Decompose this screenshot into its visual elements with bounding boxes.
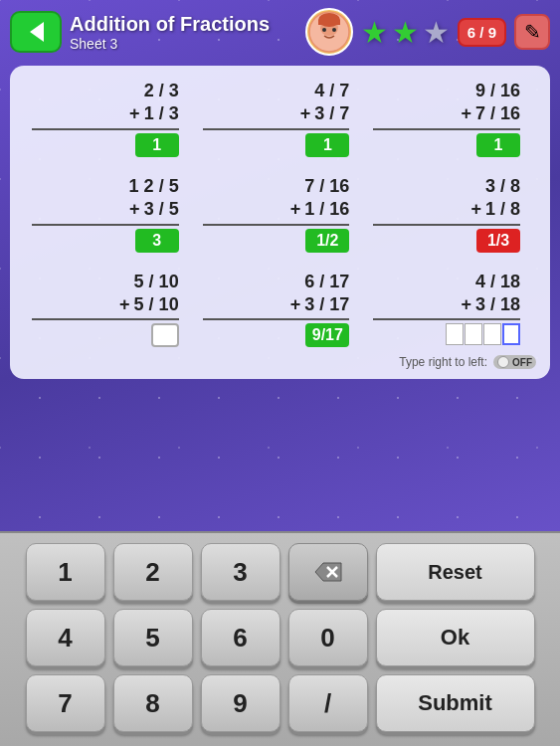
title-block: Addition of Fractions Sheet 3 [70, 13, 297, 52]
p2-bottom: + 3 / 7 [300, 102, 350, 125]
p6-top: 3 / 8 [485, 175, 520, 198]
keyboard-row-3: 7 8 9 / Submit [10, 674, 550, 732]
problems-grid: 2 / 3 + 1 / 3 1 4 / 7 + 3 / 7 1 9 / 16 +… [24, 76, 536, 351]
keyboard: 1 2 3 Reset 4 5 6 0 Ok 7 8 9 / Submit [0, 531, 560, 746]
p9-answer-input[interactable] [446, 323, 520, 345]
key-submit[interactable]: Submit [376, 674, 535, 732]
p5-top: 7 / 16 [304, 175, 349, 198]
svg-marker-7 [315, 563, 341, 581]
key-6[interactable]: 6 [201, 609, 280, 666]
svg-marker-0 [30, 22, 44, 42]
keyboard-row-2: 4 5 6 0 Ok [10, 609, 550, 666]
p2-top: 4 / 7 [314, 80, 349, 102]
p1-top: 2 / 3 [144, 80, 179, 102]
problem-2: 4 / 7 + 3 / 7 1 [195, 76, 366, 161]
digit-cell-3[interactable] [483, 323, 501, 345]
p3-top: 9 / 16 [475, 80, 520, 102]
toggle-rtl[interactable]: OFF [493, 355, 536, 369]
star-1: ★ [361, 15, 388, 50]
p2-answer[interactable]: 1 [305, 133, 349, 157]
stars-container: ★ ★ ★ [361, 15, 450, 50]
key-9[interactable]: 9 [201, 674, 280, 732]
digit-cell-1[interactable] [446, 323, 464, 345]
key-0[interactable]: 0 [288, 609, 368, 666]
problem-8: 6 / 17 + 3 / 17 9/17 [195, 267, 366, 352]
edit-icon: ✎ [524, 20, 541, 44]
problem-7: 5 / 10 + 5 / 10 [24, 267, 195, 352]
p7-answer[interactable] [151, 323, 179, 347]
star-3: ★ [423, 15, 450, 50]
key-8[interactable]: 8 [113, 674, 193, 732]
avatar [305, 8, 353, 56]
p4-answer[interactable]: 3 [135, 229, 179, 253]
p4-bottom: + 3 / 5 [129, 198, 179, 221]
key-2[interactable]: 2 [113, 543, 193, 601]
svg-point-5 [322, 28, 326, 32]
p5-answer[interactable]: 1/2 [305, 229, 349, 253]
p6-bottom: + 1 / 8 [470, 198, 520, 221]
key-slash[interactable]: / [288, 674, 368, 732]
problem-5: 7 / 16 + 1 / 16 1/2 [195, 171, 366, 257]
p3-bottom: + 7 / 16 [461, 102, 520, 125]
back-button[interactable] [10, 11, 62, 53]
header: Addition of Fractions Sheet 3 ★ ★ ★ 6 / … [0, 0, 560, 60]
digit-cell-2[interactable] [465, 323, 482, 345]
key-5[interactable]: 5 [113, 609, 193, 666]
worksheet: 2 / 3 + 1 / 3 1 4 / 7 + 3 / 7 1 9 / 16 +… [10, 66, 550, 379]
problem-9: 4 / 18 + 3 / 18 [365, 267, 536, 352]
toggle-label: OFF [512, 357, 532, 368]
toggle-circle [497, 356, 509, 368]
type-right-row: Type right to left: OFF [24, 355, 536, 369]
p8-bottom: + 3 / 17 [290, 293, 350, 316]
page-title: Addition of Fractions [70, 13, 297, 36]
p8-answer[interactable]: 9/17 [305, 323, 349, 347]
problem-1: 2 / 3 + 1 / 3 1 [24, 76, 195, 161]
key-reset[interactable]: Reset [376, 543, 535, 601]
key-1[interactable]: 1 [26, 543, 105, 601]
type-right-label: Type right to left: [399, 355, 487, 369]
digit-cell-4[interactable] [502, 323, 520, 345]
svg-point-6 [332, 28, 336, 32]
star-2: ★ [392, 15, 419, 50]
p9-top: 4 / 18 [475, 271, 520, 293]
problem-4: 1 2 / 5 + 3 / 5 3 [24, 171, 195, 257]
p6-answer[interactable]: 1/3 [476, 229, 520, 253]
problem-6: 3 / 8 + 1 / 8 1/3 [365, 171, 536, 257]
key-3[interactable]: 3 [201, 543, 280, 601]
p3-answer[interactable]: 1 [476, 133, 520, 157]
p1-answer[interactable]: 1 [135, 133, 179, 157]
p4-top: 1 2 / 5 [129, 175, 179, 198]
keyboard-row-1: 1 2 3 Reset [10, 543, 550, 601]
p7-top: 5 / 10 [134, 271, 179, 293]
p9-bottom: + 3 / 18 [461, 293, 520, 316]
p8-top: 6 / 17 [304, 271, 349, 293]
key-4[interactable]: 4 [26, 609, 105, 666]
key-7[interactable]: 7 [26, 674, 105, 732]
sheet-label: Sheet 3 [70, 36, 297, 52]
svg-rect-4 [318, 20, 340, 25]
progress-badge: 6 / 9 [458, 18, 506, 47]
problem-3: 9 / 16 + 7 / 16 1 [365, 76, 536, 161]
p5-bottom: + 1 / 16 [290, 198, 350, 221]
key-delete[interactable] [288, 543, 368, 601]
p1-bottom: + 1 / 3 [129, 102, 179, 125]
edit-button[interactable]: ✎ [514, 14, 550, 50]
p7-bottom: + 5 / 10 [119, 293, 179, 316]
key-ok[interactable]: Ok [376, 609, 535, 666]
